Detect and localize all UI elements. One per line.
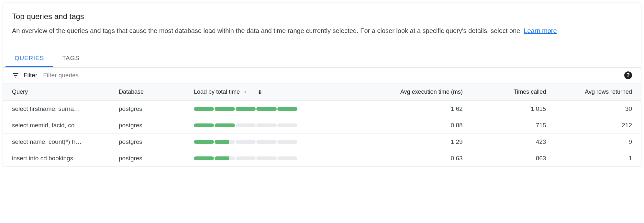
load-segment — [277, 156, 297, 160]
table-row[interactable]: select name, count(*) fr…postgres1.29423… — [3, 134, 641, 150]
filter-bar: Filter ? — [3, 68, 641, 83]
col-header-database[interactable]: Database — [116, 83, 191, 101]
load-bar — [194, 156, 297, 160]
top-queries-panel: Top queries and tags An overview of the … — [3, 3, 641, 167]
table-row[interactable]: insert into cd.bookings …postgres0.63863… — [3, 150, 641, 167]
cell-avg-rows: 1 — [549, 150, 641, 167]
col-header-load-label: Load by total time — [194, 89, 240, 95]
cell-avg-rows: 30 — [549, 101, 641, 117]
cell-load — [191, 134, 349, 150]
cell-database: postgres — [116, 117, 191, 134]
load-segment — [194, 107, 214, 111]
dropdown-icon — [243, 90, 248, 94]
load-segment — [215, 123, 235, 127]
load-segment — [236, 140, 256, 144]
cell-database: postgres — [116, 150, 191, 167]
cell-avg-exec: 0.63 — [349, 150, 466, 167]
col-header-avg-rows[interactable]: Avg rows returned — [549, 83, 641, 101]
load-segment — [194, 156, 214, 160]
load-bar — [194, 140, 297, 144]
cell-times-called: 715 — [466, 117, 550, 134]
load-segment — [194, 123, 214, 127]
cell-database: postgres — [116, 134, 191, 150]
col-header-times-called[interactable]: Times called — [466, 83, 550, 101]
load-segment — [256, 107, 276, 111]
cell-avg-exec: 1.62 — [349, 101, 466, 117]
load-segment — [215, 107, 235, 111]
col-header-load[interactable]: Load by total time — [191, 83, 349, 101]
section-description: An overview of the queries and tags that… — [12, 26, 632, 36]
cell-database: postgres — [116, 101, 191, 117]
cell-load — [191, 101, 349, 117]
filter-label: Filter — [24, 72, 37, 79]
section-header: Top queries and tags An overview of the … — [3, 3, 641, 38]
cell-query: select firstname, surna… — [3, 101, 116, 117]
load-segment — [236, 156, 256, 160]
description-text: An overview of the queries and tags that… — [12, 27, 524, 34]
load-segment — [194, 140, 214, 144]
cell-times-called: 1,015 — [466, 101, 550, 117]
cell-avg-rows: 9 — [549, 134, 641, 150]
load-segment — [256, 156, 276, 160]
cell-query: select memid, facid, co… — [3, 117, 116, 134]
load-segment — [277, 107, 297, 111]
cell-query: select name, count(*) fr… — [3, 134, 116, 150]
load-segment — [277, 123, 297, 127]
tab-queries[interactable]: QUERIES — [6, 50, 53, 67]
load-segment — [277, 140, 297, 144]
load-segment — [236, 107, 256, 111]
cell-avg-exec: 0.88 — [349, 117, 466, 134]
cell-load — [191, 117, 349, 134]
sort-desc-icon — [257, 89, 263, 95]
queries-table: Query Database Load by total time Avg ex… — [3, 83, 641, 167]
cell-query: insert into cd.bookings … — [3, 150, 116, 167]
tabs-bar: QUERIES TAGS — [3, 50, 641, 68]
table-header-row: Query Database Load by total time Avg ex… — [3, 83, 641, 101]
cell-times-called: 863 — [466, 150, 550, 167]
learn-more-link[interactable]: Learn more — [524, 27, 557, 34]
load-segment — [215, 140, 235, 144]
cell-load — [191, 150, 349, 167]
load-segment — [215, 156, 235, 160]
col-header-query[interactable]: Query — [3, 83, 116, 101]
table-row[interactable]: select firstname, surna…postgres1.621,01… — [3, 101, 641, 117]
cell-times-called: 423 — [466, 134, 550, 150]
table-row[interactable]: select memid, facid, co…postgres0.887152… — [3, 117, 641, 134]
cell-avg-rows: 212 — [549, 117, 641, 134]
load-bar — [194, 107, 297, 111]
tab-tags[interactable]: TAGS — [53, 50, 89, 67]
section-title: Top queries and tags — [12, 12, 632, 21]
help-icon[interactable]: ? — [624, 71, 632, 79]
load-segment — [236, 123, 256, 127]
cell-avg-exec: 1.29 — [349, 134, 466, 150]
filter-icon — [12, 72, 19, 79]
col-header-avg-exec[interactable]: Avg execution time (ms) — [349, 83, 466, 101]
load-bar — [194, 123, 297, 127]
filter-input[interactable] — [43, 72, 624, 79]
load-segment — [256, 140, 276, 144]
load-segment — [256, 123, 276, 127]
